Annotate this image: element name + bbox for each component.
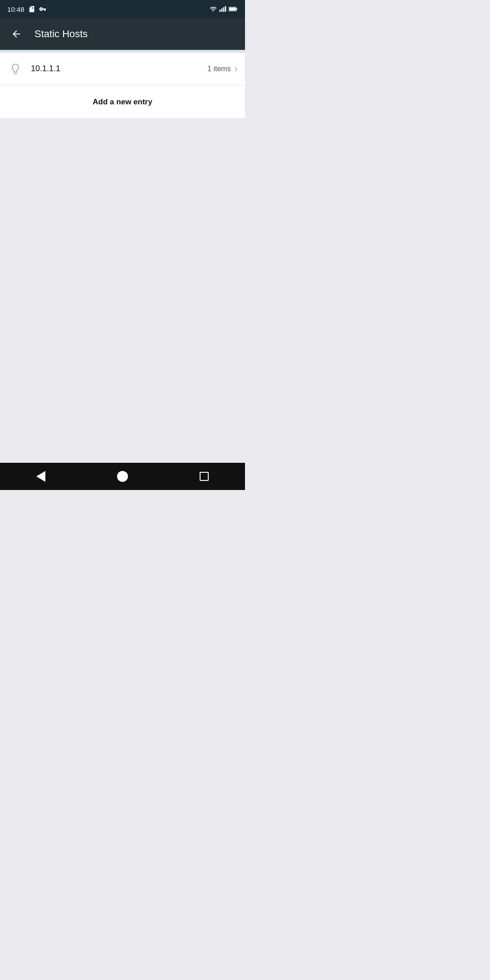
host-address: 10.1.1.1 [31,64,207,74]
svg-rect-5 [236,8,237,10]
host-icon-container [7,61,24,77]
status-bar-left: 10:48 [7,5,46,13]
app-bar: Static Hosts [0,18,245,50]
back-arrow-icon [11,29,22,39]
svg-rect-3 [225,6,226,12]
content-area [0,118,245,463]
nav-home-button[interactable] [109,463,136,490]
battery-icon [229,6,238,12]
back-button[interactable] [7,25,25,43]
vpn-key-icon [39,5,46,13]
nav-recents-icon [200,472,209,481]
status-time: 10:48 [7,5,24,13]
chevron-right-icon: › [235,63,238,75]
list-item[interactable]: 10.1.1.1 1 items › [0,53,245,85]
add-entry-label: Add a new entry [93,98,152,107]
host-items-count: 1 items [207,65,231,73]
status-bar: 10:48 [0,0,245,18]
lightbulb-icon [9,63,22,75]
nav-home-icon [117,471,128,482]
svg-rect-6 [229,8,235,10]
svg-rect-1 [221,9,223,12]
nav-bar [0,463,245,490]
nav-back-icon [36,471,45,482]
nav-recents-button[interactable] [191,463,218,490]
list-container: 10.1.1.1 1 items › [0,53,245,85]
nav-back-button[interactable] [27,463,54,490]
sd-card-icon [28,5,35,13]
wifi-icon [210,5,217,13]
signal-icon [219,5,226,13]
status-bar-right [210,5,238,13]
svg-rect-0 [220,10,221,12]
svg-rect-2 [223,7,225,12]
add-entry-button[interactable]: Add a new entry [0,85,245,118]
page-title: Static Hosts [34,28,88,40]
